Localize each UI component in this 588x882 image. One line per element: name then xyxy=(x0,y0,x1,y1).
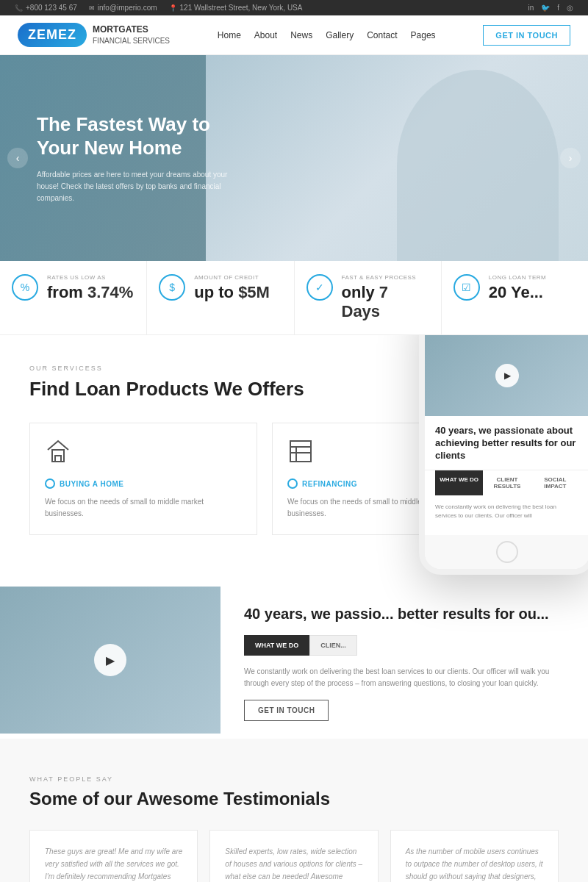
nav-home[interactable]: Home xyxy=(218,30,241,40)
stat-credit-label: AMOUNT OF CREDIT xyxy=(194,274,270,281)
phone-mockup: ☰ Home ▶ 40 years, we passionate about a… xyxy=(419,335,588,575)
credit-icon: $ xyxy=(159,274,185,301)
stat-term: ☑ LONG LOAN TERM 20 Ye... xyxy=(442,261,588,334)
stat-process-value: only 7 Days xyxy=(342,283,429,321)
testimonial-0: These guys are great! Me and my wife are… xyxy=(29,830,198,882)
service-card-0: BUYING A HOME We focus on the needs of s… xyxy=(29,423,257,535)
about-image: ▶ xyxy=(0,587,220,734)
topbar: 📞 +800 123 45 67 ✉ info@imperio.com 📍 12… xyxy=(0,0,588,15)
process-icon: ✓ xyxy=(306,274,333,301)
phone-tab-1[interactable]: CLIENT RESULTS xyxy=(483,470,531,495)
hero-subtitle: Affordable prices are here to meet your … xyxy=(37,169,250,204)
site-header: ZEMEZ MORTGATES FINANCIAL SERVICES Home … xyxy=(0,15,588,55)
rates-icon: % xyxy=(12,274,38,301)
testimonials-grid: These guys are great! Me and my wife are… xyxy=(29,830,559,882)
testimonial-1: Skilled experts, low rates, wide selecti… xyxy=(209,830,378,882)
play-button[interactable]: ▶ xyxy=(94,644,126,676)
phone-mockup-container: ☰ Home ▶ 40 years, we passionate about a… xyxy=(419,335,588,575)
facebook-icon[interactable]: f xyxy=(557,4,559,12)
email-icon: ✉ xyxy=(89,4,95,12)
services-wrapper: OUR SERVICESS Find Loan Products We Offe… xyxy=(0,335,588,739)
testimonials-title: Some of our Awesome Testimonials xyxy=(29,789,559,809)
about-tab-1[interactable]: CLIEN... xyxy=(309,635,357,656)
phone-tab-0[interactable]: WHAT WE DO xyxy=(435,470,483,495)
about-cta-button[interactable]: GET IN TOUCH xyxy=(244,700,329,721)
service-desc-0: We focus on the needs of small to middle… xyxy=(45,496,242,520)
stat-process-content: FAST & EASY PROCESS only 7 Days xyxy=(342,274,429,321)
stat-rates-content: RATES US LOW AS from 3.74% xyxy=(47,274,133,302)
stat-credit: $ AMOUNT OF CREDIT up to $5M xyxy=(147,261,294,334)
phone-tabs: WHAT WE DO CLIENT RESULTS SOCIAL IMPACT xyxy=(425,470,588,495)
svg-rect-1 xyxy=(55,456,61,462)
nav-news[interactable]: News xyxy=(290,30,312,40)
logo-badge: ZEMEZ xyxy=(18,23,87,47)
topbar-phone: 📞 +800 123 45 67 xyxy=(15,4,77,12)
topbar-left: 📞 +800 123 45 67 ✉ info@imperio.com 📍 12… xyxy=(15,4,302,12)
nav-contact[interactable]: Contact xyxy=(367,30,397,40)
phone-bottom-bar xyxy=(425,535,588,569)
about-content: 40 years, we passio... better results fo… xyxy=(220,587,588,739)
phone-icon: 📞 xyxy=(15,4,23,12)
about-title: 40 years, we passio... better results fo… xyxy=(244,604,564,623)
about-tabs: WHAT WE DO CLIEN... xyxy=(244,635,564,656)
phone-play-button[interactable]: ▶ xyxy=(495,364,519,387)
stat-credit-value: up to $5M xyxy=(194,283,270,302)
stat-rates: % RATES US LOW AS from 3.74% xyxy=(0,261,147,334)
about-tab-0[interactable]: WHAT WE DO xyxy=(244,635,309,656)
nav-pages[interactable]: Pages xyxy=(411,30,436,40)
hero-image xyxy=(206,55,588,261)
twitter-icon[interactable]: 🐦 xyxy=(541,4,550,12)
stat-process-label: FAST & EASY PROCESS xyxy=(342,274,429,281)
term-icon: ☑ xyxy=(453,274,480,301)
stat-term-label: LONG LOAN TERM xyxy=(489,274,546,281)
phone-heading: 40 years, we passionate about achieving … xyxy=(435,425,579,462)
testimonial-2: As the number of mobile users continues … xyxy=(390,830,559,882)
service-name-0: BUYING A HOME xyxy=(45,478,242,489)
services-section: OUR SERVICESS Find Loan Products We Offe… xyxy=(0,335,588,557)
home-icon xyxy=(45,438,242,470)
stat-term-value: 20 Ye... xyxy=(489,283,546,302)
svg-rect-2 xyxy=(290,441,311,462)
testimonial-text-0: These guys are great! Me and my wife are… xyxy=(45,845,182,882)
stat-process: ✓ FAST & EASY PROCESS only 7 Days xyxy=(295,261,442,334)
hero-content: The Fastest Way to Your New Home Afforda… xyxy=(0,112,250,204)
company-name-text: MORTGATES FINANCIAL SERVICES xyxy=(93,24,170,46)
social-links: in 🐦 f ◎ xyxy=(528,4,573,12)
testimonials-section: WHAT PEOPLE SAY Some of our Awesome Test… xyxy=(0,739,588,882)
testimonial-text-2: As the number of mobile users continues … xyxy=(406,845,543,882)
location-icon: 📍 xyxy=(169,4,177,12)
hero-prev-button[interactable]: ‹ xyxy=(7,148,28,168)
main-nav: Home About News Gallery Contact Pages xyxy=(218,30,436,40)
instagram-icon[interactable]: ◎ xyxy=(567,4,573,12)
linkedin-icon[interactable]: in xyxy=(528,4,534,12)
topbar-address: 📍 121 Wallstreet Street, New York, USA xyxy=(169,4,303,12)
topbar-email: ✉ info@imperio.com xyxy=(89,4,157,12)
phone-video-thumbnail: ▶ xyxy=(425,335,588,416)
hero-title: The Fastest Way to Your New Home xyxy=(37,112,250,160)
phone-tab-2[interactable]: SOCIAL IMPACT xyxy=(531,470,579,495)
about-section: ▶ 40 years, we passio... better results … xyxy=(0,587,588,739)
phone-body-text: We constantly work on delivering the bes… xyxy=(435,495,579,526)
phone-text-section: 40 years, we passionate about achieving … xyxy=(425,416,588,535)
stat-rates-value: from 3.74% xyxy=(47,283,133,302)
testimonials-label: WHAT PEOPLE SAY xyxy=(29,775,559,783)
about-body-text: We constantly work on delivering the bes… xyxy=(244,666,564,689)
stat-rates-label: RATES US LOW AS xyxy=(47,274,133,281)
stat-term-content: LONG LOAN TERM 20 Ye... xyxy=(489,274,546,302)
logo: ZEMEZ MORTGATES FINANCIAL SERVICES xyxy=(18,23,170,47)
testimonial-text-1: Skilled experts, low rates, wide selecti… xyxy=(225,845,362,882)
get-in-touch-button[interactable]: GET IN TOUCH xyxy=(483,25,570,46)
nav-gallery[interactable]: Gallery xyxy=(326,30,354,40)
phone-home-button[interactable] xyxy=(496,541,518,563)
stats-bar: % RATES US LOW AS from 3.74% $ AMOUNT OF… xyxy=(0,261,588,335)
hero-section: ‹ The Fastest Way to Your New Home Affor… xyxy=(0,55,588,261)
nav-about[interactable]: About xyxy=(254,30,277,40)
hero-next-button[interactable]: › xyxy=(560,148,581,168)
stat-credit-content: AMOUNT OF CREDIT up to $5M xyxy=(194,274,270,302)
